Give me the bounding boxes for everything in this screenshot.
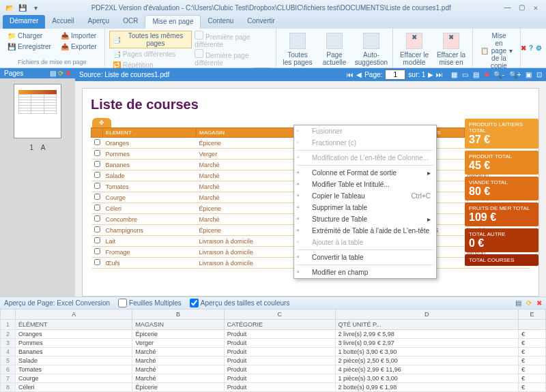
ribbon-close-icon[interactable]: ✖ xyxy=(521,44,526,52)
context-item[interactable]: ▫Modifier Table et Intitulé... xyxy=(294,179,436,190)
zoom-reset-icon[interactable]: ⊡ xyxy=(536,71,542,78)
grid-cell: Produit xyxy=(224,357,335,365)
context-item[interactable]: ▫Copier le TableauCtrl+C xyxy=(294,190,436,202)
qat-save-icon[interactable]: 💾 xyxy=(17,2,28,13)
importer-button[interactable]: 📥 Importer xyxy=(57,31,100,41)
grid-cell: 2 botte(s) 0,99 € 1,98 xyxy=(335,383,518,392)
last-page-icon[interactable]: ⏭ xyxy=(436,71,443,78)
grid-col[interactable]: C xyxy=(224,310,335,320)
ribbon-help-icon[interactable]: ? xyxy=(529,44,533,52)
row-checkbox[interactable] xyxy=(91,138,103,149)
pages-diff-button[interactable]: 📑 Pages différentes xyxy=(109,49,192,59)
tab-aperçu[interactable]: Aperçu xyxy=(81,15,116,29)
ribbon-tabs: Démarrer AccueilAperçuOCRMise en pageCon… xyxy=(0,15,546,29)
grid-header: ÉLÉMENT xyxy=(16,320,132,330)
context-menu: ▫Fusionner▫Fractionner (c)▫Modification … xyxy=(293,125,437,279)
grid-row[interactable]: 5SaladeMarchéProduit2 pièce(s) 2,50 € 5,… xyxy=(1,357,546,365)
preview-grid[interactable]: ABCDE 1ÉLÉMENTMAGASINCATÉGORIEQTÉ UNITÉ … xyxy=(0,309,546,392)
panel-close-icon[interactable]: ✖ xyxy=(66,70,71,77)
context-item[interactable]: ▫Modifier en champ xyxy=(294,267,436,278)
grid-row[interactable]: 8CéleriÉpicerieProduit2 botte(s) 0,99 € … xyxy=(1,383,546,392)
tool-icon[interactable]: ▦ xyxy=(451,71,457,78)
memes-pages-button[interactable]: 📑 Toutes les mêmes pages xyxy=(109,31,192,48)
context-item[interactable]: ▫Structure de Table▸ xyxy=(294,213,436,225)
grid-row[interactable]: 2OrangesÉpicerieProduit2 livre(s) 2,99 €… xyxy=(1,330,546,339)
summary-card: FRUITS DE MER TOTAL109 € xyxy=(465,202,538,226)
qat-dropdown-icon[interactable]: ▾ xyxy=(30,2,41,13)
feuilles-check[interactable]: Feuilles Multiples xyxy=(118,299,182,307)
thumb-label: 1 A xyxy=(0,144,75,151)
grid-cell: 1 botte(s) 3,90 € 3,90 xyxy=(335,348,518,357)
grid-row[interactable]: 7CourgeMarchéProduit1 pièce(s) 3,00 € 3,… xyxy=(1,374,546,383)
enregistrer-button[interactable]: 💾 Enregistrer xyxy=(4,42,55,52)
tab-contenu[interactable]: Contenu xyxy=(201,15,240,29)
red-x-icon[interactable]: ✖ xyxy=(484,71,489,78)
next-page-icon[interactable]: ▶ xyxy=(428,71,433,78)
grid-col[interactable]: B xyxy=(132,310,224,320)
preview-refresh-icon[interactable]: ⟳ xyxy=(526,299,532,307)
first-page-icon[interactable]: ⏮ xyxy=(347,71,354,78)
summary-card: PRODUIT TOTAL45 € xyxy=(465,151,538,175)
grid-row[interactable]: 3PommesVergerProduit3 livre(s) 0,99 € 2,… xyxy=(1,339,546,348)
zoom-out-icon[interactable]: 🔍- xyxy=(493,71,504,78)
qat-open-icon[interactable]: 📂 xyxy=(4,2,15,13)
premiere-diff-check[interactable]: Première page différente xyxy=(195,31,272,48)
panel-refresh-icon[interactable]: ⟳ xyxy=(58,70,63,77)
maximize-button[interactable]: ▢ xyxy=(515,3,528,11)
row-checkbox[interactable] xyxy=(91,258,103,269)
grid-col[interactable]: D xyxy=(335,310,518,320)
tab-accueil[interactable]: Accueil xyxy=(45,15,81,29)
grid-row[interactable]: 4BananesMarchéProduit1 botte(s) 3,90 € 3… xyxy=(1,348,546,357)
cell: Concombre xyxy=(103,214,197,225)
row-checkbox[interactable] xyxy=(91,181,103,192)
apercu-tailles-check[interactable]: Aperçu des tailles et couleurs xyxy=(190,299,290,307)
page-actuelle-button[interactable]: Page actuelle xyxy=(317,31,351,68)
copie-mise-button[interactable]: 📋 Mise en page de la copie ▾ xyxy=(477,31,516,71)
derniere-diff-check[interactable]: Dernière page différente xyxy=(195,49,272,67)
tool-icon[interactable]: ▭ xyxy=(462,71,468,78)
row-checkbox[interactable] xyxy=(91,236,103,247)
toutes-pages-button[interactable]: Toutes les pages xyxy=(281,31,315,68)
grid-col[interactable]: E xyxy=(519,310,546,320)
context-item[interactable]: ▫Supprimer la table xyxy=(294,202,436,213)
start-tab[interactable]: Démarrer xyxy=(3,15,45,29)
row-checkbox[interactable] xyxy=(91,203,103,214)
charger-button[interactable]: 📁 Charger xyxy=(4,31,55,41)
page-thumbnail[interactable] xyxy=(14,84,61,138)
context-item[interactable]: ▫Convertir la table xyxy=(294,252,436,263)
tab-ocr[interactable]: OCR xyxy=(116,15,145,29)
effacer-modele-button[interactable]: ✖Effacer le modèle xyxy=(397,31,431,68)
tool-icon[interactable]: ▤ xyxy=(473,71,479,78)
row-checkbox[interactable] xyxy=(91,214,103,225)
row-checkbox[interactable] xyxy=(91,160,103,170)
preview-opt-icon[interactable]: ▤ xyxy=(515,299,521,307)
minimize-button[interactable]: — xyxy=(501,3,513,11)
row-checkbox[interactable] xyxy=(91,225,103,236)
row-checkbox[interactable] xyxy=(91,149,103,160)
zoom-in-icon[interactable]: 🔍+ xyxy=(509,71,521,78)
row-checkbox[interactable] xyxy=(91,192,103,203)
exporter-button[interactable]: 📤 Exporter xyxy=(57,42,100,52)
auto-suggestion-button[interactable]: Auto-suggestion xyxy=(354,31,388,68)
context-item[interactable]: ▫Extrémité de Table à l'aide de L'en-têt… xyxy=(294,225,436,237)
page-input[interactable] xyxy=(385,70,405,80)
grid-row[interactable]: 6TomatesMarchéProduit4 pièce(s) 2,99 € 1… xyxy=(1,365,546,374)
grid-header: MAGASIN xyxy=(132,320,224,330)
close-button[interactable]: ⨉ xyxy=(530,3,542,12)
context-item[interactable]: ▫Colonne et Format de sortie▸ xyxy=(294,167,436,179)
panel-opt-icon[interactable]: ▤ xyxy=(50,70,56,77)
prev-page-icon[interactable]: ◀ xyxy=(356,71,362,78)
tab-convertir[interactable]: Convertir xyxy=(240,15,282,29)
ribbon-gear-icon[interactable]: ⚙ xyxy=(536,44,542,52)
doc-table-handle[interactable]: ✥ xyxy=(92,118,111,127)
row-checkbox[interactable] xyxy=(91,170,103,181)
summary-card: TOTAL COURSES xyxy=(465,254,538,266)
zoom-fit-icon[interactable]: ▣ xyxy=(526,71,532,78)
preview-close-icon[interactable]: ✖ xyxy=(536,299,542,307)
tab-mise-en-page[interactable]: Mise en page xyxy=(145,15,201,29)
grid-col[interactable]: A xyxy=(16,310,132,320)
row-checkbox[interactable] xyxy=(91,247,103,258)
ribbon: 📁 Charger 💾 Enregistrer 📥 Importer 📤 Exp… xyxy=(0,29,546,68)
grid-cell: Marché xyxy=(132,357,224,365)
page-of: sur: 1 xyxy=(408,71,425,78)
